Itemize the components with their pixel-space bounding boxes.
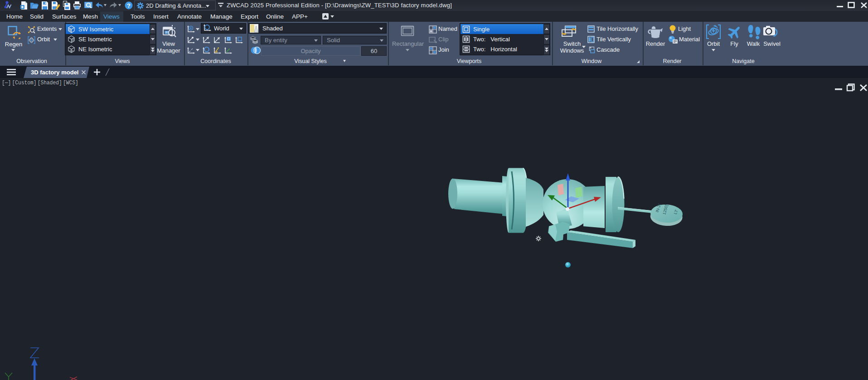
svg-text:?: ? <box>127 2 131 9</box>
